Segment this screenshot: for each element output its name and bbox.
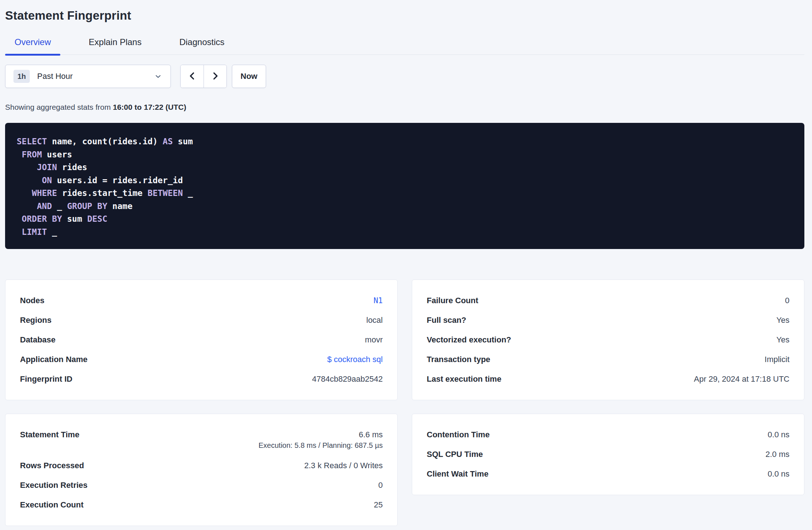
database-row: Database movr <box>20 334 383 345</box>
tab-diagnostics[interactable]: Diagnostics <box>170 37 234 55</box>
nodes-label: Nodes <box>20 295 44 306</box>
application-name-row: Application Name $ cockroach sql <box>20 354 383 365</box>
execution-count-value: 25 <box>374 499 383 510</box>
client-wait-time-label: Client Wait Time <box>427 469 489 479</box>
statement-time-label: Statement Time <box>20 429 79 440</box>
tab-overview-label: Overview <box>15 37 51 47</box>
regions-row: Regions local <box>20 315 383 326</box>
sql-cpu-time-row: SQL CPU Time 2.0 ms <box>427 449 789 460</box>
execution-retries-label: Execution Retries <box>20 480 88 491</box>
statement-fingerprint-page: Statement Fingerprint Overview Explain P… <box>0 0 812 526</box>
now-button[interactable]: Now <box>232 65 266 88</box>
vectorized-execution-row: Vectorized execution? Yes <box>427 334 789 345</box>
transaction-type-row: Transaction type Implicit <box>427 354 789 365</box>
transaction-type-value: Implicit <box>765 354 789 365</box>
nodes-row: Nodes N1 <box>20 295 383 306</box>
aggregated-stats-line: Showing aggregated stats from 16:00 to 1… <box>5 103 804 112</box>
contention-time-row: Contention Time 0.0 ns <box>427 429 789 440</box>
vectorized-execution-value: Yes <box>776 334 789 345</box>
failure-count-value: 0 <box>785 295 789 306</box>
regions-value: local <box>366 315 383 326</box>
sql-cpu-time-label: SQL CPU Time <box>427 449 483 460</box>
stats-line-range: 16:00 to 17:22 (UTC) <box>113 103 186 111</box>
timing-stats-card: Contention Time 0.0 ns SQL CPU Time 2.0 … <box>412 414 804 495</box>
time-toolbar: 1h Past Hour <box>5 65 804 88</box>
tab-explain-plans[interactable]: Explain Plans <box>79 37 151 55</box>
vectorized-execution-label: Vectorized execution? <box>427 334 511 345</box>
full-scan-label: Full scan? <box>427 315 466 326</box>
page-title: Statement Fingerprint <box>5 8 804 23</box>
tab-explain-plans-label: Explain Plans <box>89 37 141 47</box>
chevron-right-icon <box>210 71 220 82</box>
tab-diagnostics-label: Diagnostics <box>179 37 224 47</box>
statement-time-value: 6.6 ms <box>258 429 383 440</box>
statement-time-row: Statement Time 6.6 ms Execution: 5.8 ms … <box>20 429 383 451</box>
tab-overview[interactable]: Overview <box>5 37 60 55</box>
rows-processed-row: Rows Processed 2.3 k Reads / 0 Writes <box>20 460 383 471</box>
statement-details-card: Nodes N1 Regions local Database movr App… <box>5 280 398 400</box>
database-value: movr <box>365 334 383 345</box>
chevron-down-icon <box>154 72 162 81</box>
transaction-type-label: Transaction type <box>427 354 490 365</box>
fingerprint-id-row: Fingerprint ID 4784cb829aab2542 <box>20 374 383 385</box>
statement-time-breakdown: Execution: 5.8 ms / Planning: 687.5 µs <box>258 441 383 449</box>
contention-time-value: 0.0 ns <box>768 429 789 440</box>
full-scan-value: Yes <box>776 315 789 326</box>
sql-statement-box: SELECT name, count(rides.id) AS sum FROM… <box>5 123 804 249</box>
last-execution-time-row: Last execution time Apr 29, 2024 at 17:1… <box>427 374 789 385</box>
sql-cpu-time-value: 2.0 ms <box>765 449 789 460</box>
execution-count-row: Execution Count 25 <box>20 499 383 510</box>
time-range-label: Past Hour <box>37 72 73 81</box>
execution-count-label: Execution Count <box>20 499 84 510</box>
time-nav-group <box>180 65 227 88</box>
execution-retries-row: Execution Retries 0 <box>20 480 383 491</box>
last-execution-time-label: Last execution time <box>427 374 501 385</box>
execution-retries-value: 0 <box>378 480 383 491</box>
application-name-label: Application Name <box>20 354 88 365</box>
execution-attributes-card: Failure Count 0 Full scan? Yes Vectorize… <box>412 280 804 400</box>
time-next-button[interactable] <box>204 65 226 88</box>
regions-label: Regions <box>20 315 52 326</box>
tab-bar: Overview Explain Plans Diagnostics <box>5 37 804 55</box>
details-cards-row: Nodes N1 Regions local Database movr App… <box>5 280 804 400</box>
chevron-left-icon <box>188 71 197 82</box>
nodes-link[interactable]: N1 <box>374 295 383 306</box>
fingerprint-id-label: Fingerprint ID <box>20 374 72 385</box>
time-prev-button[interactable] <box>181 65 204 88</box>
stats-line-prefix: Showing aggregated stats from <box>5 103 113 111</box>
failure-count-label: Failure Count <box>427 295 478 306</box>
performance-cards-row: Statement Time 6.6 ms Execution: 5.8 ms … <box>5 414 804 526</box>
full-scan-row: Full scan? Yes <box>427 315 789 326</box>
rows-processed-value: 2.3 k Reads / 0 Writes <box>304 460 383 471</box>
time-range-dropdown[interactable]: 1h Past Hour <box>5 65 171 88</box>
client-wait-time-row: Client Wait Time 0.0 ns <box>427 469 789 479</box>
client-wait-time-value: 0.0 ns <box>768 469 789 479</box>
time-range-badge: 1h <box>13 70 30 83</box>
contention-time-label: Contention Time <box>427 429 490 440</box>
application-name-link[interactable]: $ cockroach sql <box>327 354 383 365</box>
execution-stats-card: Statement Time 6.6 ms Execution: 5.8 ms … <box>5 414 398 526</box>
failure-count-row: Failure Count 0 <box>427 295 789 306</box>
last-execution-time-value: Apr 29, 2024 at 17:18 UTC <box>694 374 789 385</box>
fingerprint-id-value: 4784cb829aab2542 <box>312 374 383 385</box>
database-label: Database <box>20 334 56 345</box>
rows-processed-label: Rows Processed <box>20 460 84 471</box>
